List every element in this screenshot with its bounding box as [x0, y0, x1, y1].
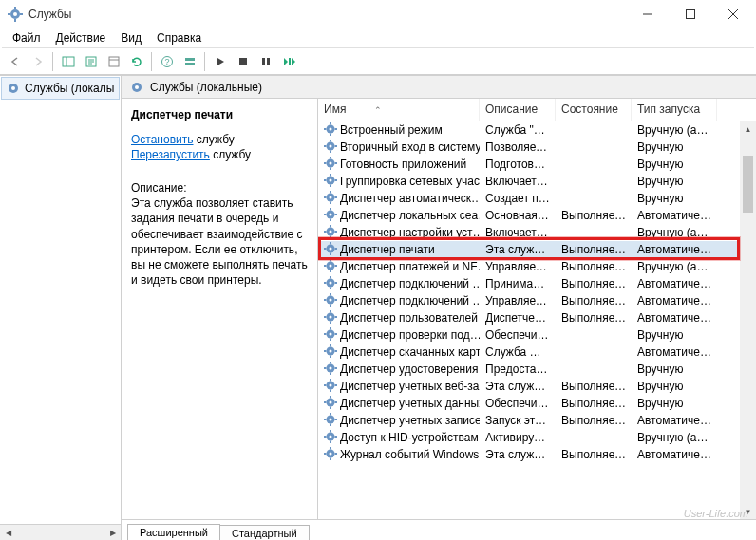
tree-root-label: Службы (локалы [25, 82, 114, 95]
svg-rect-10 [63, 57, 74, 66]
svg-rect-77 [330, 259, 331, 262]
pause-button[interactable] [255, 50, 276, 72]
cell-desc: Управляет… [480, 293, 556, 308]
table-row[interactable]: Диспетчер печатиЭта служб…ВыполняетсяАвт… [318, 241, 756, 258]
maximize-button[interactable] [669, 1, 711, 28]
table-row[interactable]: Журнал событий WindowsЭта служб…Выполняе… [318, 446, 756, 463]
svg-rect-47 [330, 174, 331, 177]
start-button[interactable] [209, 50, 231, 72]
table-row[interactable]: Готовность приложенийПодготовк…Вручную [318, 156, 756, 173]
table-row[interactable]: Вторичный вход в системуПозволяет …Вручн… [318, 139, 756, 156]
cell-state [556, 437, 632, 438]
table-row[interactable]: Диспетчер автоматическ…Создает п…Вручную [318, 190, 756, 207]
cell-state [556, 334, 632, 336]
cell-start: Автоматиче… [632, 310, 717, 326]
table-row[interactable]: Диспетчер учетных записе…Запуск это…Выпо… [318, 412, 756, 429]
restart-link[interactable]: Перезапустить [131, 148, 210, 161]
cell-start: Вручную [632, 157, 717, 172]
cell-desc: Включает … [480, 174, 556, 189]
svg-rect-5 [20, 13, 23, 15]
table-row[interactable]: Встроенный режимСлужба "В…Вручную (ак… [318, 121, 756, 139]
tree-hscroll[interactable]: ◀ ▶ [0, 524, 121, 540]
restart-button[interactable] [277, 50, 299, 72]
refresh-button[interactable] [125, 50, 147, 72]
cell-name: Диспетчер платежей и NF… [318, 258, 480, 276]
gear-icon [324, 310, 337, 326]
table-row[interactable]: Диспетчер подключений …Управляет…Выполня… [318, 292, 756, 309]
tab-extended[interactable]: Расширенный [127, 524, 220, 540]
svg-rect-84 [330, 287, 331, 289]
scroll-up-button[interactable]: ▲ [740, 121, 756, 137]
table-row[interactable]: Диспетчер пользователейДиспетчер…Выполня… [318, 309, 756, 326]
vscroll-track[interactable] [740, 137, 756, 504]
cell-name: Готовность приложений [318, 156, 480, 174]
filter-button[interactable] [179, 50, 200, 72]
workspace: Службы (локалы ◀ ▶ Службы (локальные) Ди… [0, 75, 756, 540]
table-row[interactable]: Диспетчер подключений …Принимае…Выполняе… [318, 275, 756, 292]
menu-view[interactable]: Вид [114, 29, 148, 47]
cell-start: Вручную [632, 379, 717, 394]
cell-desc: Эта служб… [480, 447, 556, 462]
cell-state: Выполняется [556, 396, 632, 411]
table-row[interactable]: Диспетчер учетных веб-за…Эта служб…Выпол… [318, 378, 756, 395]
menu-file[interactable]: Файл [6, 29, 47, 47]
svg-rect-43 [324, 162, 327, 164]
properties-button[interactable] [103, 50, 124, 72]
gear-icon [324, 276, 337, 292]
cell-name: Доступ к HID-устройствам [318, 429, 480, 447]
cell-state: Выполняется [556, 242, 632, 257]
svg-rect-139 [324, 436, 327, 438]
cell-state [556, 163, 632, 165]
back-button[interactable] [4, 50, 26, 72]
forward-button[interactable] [27, 50, 48, 72]
scroll-left-button[interactable]: ◀ [0, 525, 16, 540]
description-label: Описание: [131, 180, 308, 196]
tab-standard[interactable]: Стандартный [219, 525, 310, 540]
menu-help[interactable]: Справка [150, 29, 208, 47]
gear-icon [324, 396, 337, 412]
show-hide-tree-button[interactable] [57, 50, 79, 72]
svg-point-112 [330, 366, 332, 369]
col-desc[interactable]: Описание [480, 99, 556, 121]
cell-start: Автоматиче… [632, 208, 717, 223]
svg-rect-95 [330, 310, 331, 313]
separator [204, 52, 205, 71]
table-row[interactable]: Диспетчер учетных данныхОбеспечи…Выполня… [318, 395, 756, 412]
minimize-button[interactable] [626, 1, 669, 28]
scroll-right-button[interactable]: ▶ [104, 525, 121, 540]
col-state[interactable]: Состояние [556, 99, 632, 121]
scroll-track[interactable] [16, 525, 104, 540]
cell-name: Диспетчер подключений … [318, 275, 480, 293]
cell-desc: Диспетчер… [480, 310, 556, 326]
cell-start: Вручную [632, 140, 717, 155]
table-row[interactable]: Диспетчер настройки уст…Включает …Вручну… [318, 224, 756, 241]
svg-rect-49 [324, 179, 327, 181]
col-name[interactable]: Имя [318, 99, 480, 121]
stop-button[interactable] [232, 50, 254, 72]
table-row[interactable]: Диспетчер скачанных картСлужба W…Автомат… [318, 344, 756, 361]
export-button[interactable] [80, 50, 102, 72]
tree-root[interactable]: Службы (локалы [1, 77, 120, 100]
cell-desc: Управляет… [480, 259, 556, 274]
cell-start: Автоматиче… [632, 413, 717, 428]
table-row[interactable]: Группировка сетевых учас…Включает …Вручн… [318, 173, 756, 190]
svg-rect-121 [324, 384, 327, 386]
col-start[interactable]: Тип запуска [632, 99, 717, 121]
service-list: Имя Описание Состояние Тип запуска Встро… [318, 99, 756, 519]
svg-rect-37 [324, 145, 327, 147]
help-button[interactable]: ? [156, 50, 178, 72]
vscroll-thumb[interactable] [743, 156, 753, 213]
vscroll[interactable]: ▲ ▼ [740, 121, 756, 519]
table-row[interactable]: Доступ к HID-устройствамАктивируе…Вручну… [318, 429, 756, 446]
close-button[interactable] [711, 1, 754, 28]
svg-rect-107 [330, 344, 331, 347]
table-row[interactable]: Диспетчер локальных сеа…Основная …Выполн… [318, 207, 756, 224]
table-row[interactable]: Диспетчер проверки под…Обеспечи…Вручную [318, 326, 756, 344]
table-row[interactable]: Диспетчер удостоверения …Предостав…Вручн… [318, 361, 756, 378]
scroll-down-button[interactable]: ▼ [740, 504, 756, 519]
cell-name: Вторичный вход в систему [318, 139, 480, 157]
table-row[interactable]: Диспетчер платежей и NF…Управляет…Выполн… [318, 258, 756, 275]
svg-rect-68 [335, 231, 338, 233]
stop-link[interactable]: Остановить [131, 133, 194, 146]
menu-action[interactable]: Действие [49, 29, 113, 47]
